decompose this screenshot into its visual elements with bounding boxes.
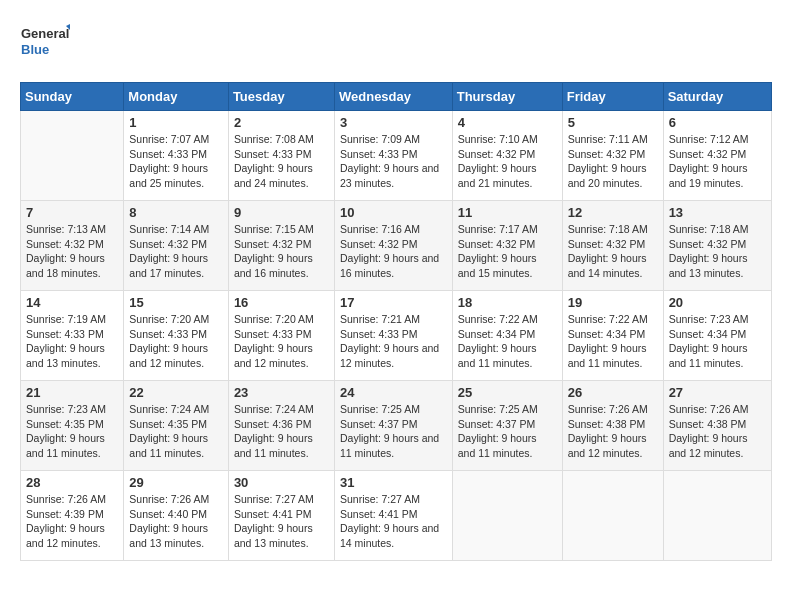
calendar-cell: 19Sunrise: 7:22 AMSunset: 4:34 PMDayligh… (562, 291, 663, 381)
calendar-cell: 30Sunrise: 7:27 AMSunset: 4:41 PMDayligh… (228, 471, 334, 561)
day-info: Sunrise: 7:15 AMSunset: 4:32 PMDaylight:… (234, 222, 329, 281)
calendar-cell: 1Sunrise: 7:07 AMSunset: 4:33 PMDaylight… (124, 111, 229, 201)
day-number: 28 (26, 475, 118, 490)
logo-container: General Blue (20, 20, 76, 64)
day-info: Sunrise: 7:25 AMSunset: 4:37 PMDaylight:… (458, 402, 557, 461)
day-info: Sunrise: 7:25 AMSunset: 4:37 PMDaylight:… (340, 402, 447, 461)
header-day-monday: Monday (124, 83, 229, 111)
header-day-sunday: Sunday (21, 83, 124, 111)
calendar-cell: 5Sunrise: 7:11 AMSunset: 4:32 PMDaylight… (562, 111, 663, 201)
day-number: 16 (234, 295, 329, 310)
header-row: SundayMondayTuesdayWednesdayThursdayFrid… (21, 83, 772, 111)
day-number: 22 (129, 385, 223, 400)
header-day-tuesday: Tuesday (228, 83, 334, 111)
calendar-cell (452, 471, 562, 561)
calendar-cell: 4Sunrise: 7:10 AMSunset: 4:32 PMDaylight… (452, 111, 562, 201)
day-number: 27 (669, 385, 766, 400)
day-number: 10 (340, 205, 447, 220)
day-info: Sunrise: 7:27 AMSunset: 4:41 PMDaylight:… (340, 492, 447, 551)
calendar-cell: 28Sunrise: 7:26 AMSunset: 4:39 PMDayligh… (21, 471, 124, 561)
calendar-cell: 3Sunrise: 7:09 AMSunset: 4:33 PMDaylight… (334, 111, 452, 201)
day-info: Sunrise: 7:17 AMSunset: 4:32 PMDaylight:… (458, 222, 557, 281)
calendar-cell: 11Sunrise: 7:17 AMSunset: 4:32 PMDayligh… (452, 201, 562, 291)
calendar-cell (562, 471, 663, 561)
day-info: Sunrise: 7:24 AMSunset: 4:36 PMDaylight:… (234, 402, 329, 461)
calendar-cell: 16Sunrise: 7:20 AMSunset: 4:33 PMDayligh… (228, 291, 334, 381)
day-number: 29 (129, 475, 223, 490)
header-day-thursday: Thursday (452, 83, 562, 111)
day-info: Sunrise: 7:18 AMSunset: 4:32 PMDaylight:… (568, 222, 658, 281)
day-number: 19 (568, 295, 658, 310)
calendar-body: 1Sunrise: 7:07 AMSunset: 4:33 PMDaylight… (21, 111, 772, 561)
day-info: Sunrise: 7:26 AMSunset: 4:40 PMDaylight:… (129, 492, 223, 551)
day-number: 14 (26, 295, 118, 310)
calendar-cell: 18Sunrise: 7:22 AMSunset: 4:34 PMDayligh… (452, 291, 562, 381)
day-info: Sunrise: 7:22 AMSunset: 4:34 PMDaylight:… (458, 312, 557, 371)
day-number: 24 (340, 385, 447, 400)
day-number: 17 (340, 295, 447, 310)
calendar-cell (663, 471, 771, 561)
day-info: Sunrise: 7:16 AMSunset: 4:32 PMDaylight:… (340, 222, 447, 281)
calendar-cell: 12Sunrise: 7:18 AMSunset: 4:32 PMDayligh… (562, 201, 663, 291)
day-number: 9 (234, 205, 329, 220)
day-number: 13 (669, 205, 766, 220)
calendar-cell: 26Sunrise: 7:26 AMSunset: 4:38 PMDayligh… (562, 381, 663, 471)
day-info: Sunrise: 7:26 AMSunset: 4:39 PMDaylight:… (26, 492, 118, 551)
day-info: Sunrise: 7:23 AMSunset: 4:34 PMDaylight:… (669, 312, 766, 371)
day-info: Sunrise: 7:27 AMSunset: 4:41 PMDaylight:… (234, 492, 329, 551)
calendar-cell: 15Sunrise: 7:20 AMSunset: 4:33 PMDayligh… (124, 291, 229, 381)
day-number: 31 (340, 475, 447, 490)
day-number: 5 (568, 115, 658, 130)
svg-text:General: General (21, 26, 69, 41)
day-info: Sunrise: 7:18 AMSunset: 4:32 PMDaylight:… (669, 222, 766, 281)
day-info: Sunrise: 7:23 AMSunset: 4:35 PMDaylight:… (26, 402, 118, 461)
day-info: Sunrise: 7:14 AMSunset: 4:32 PMDaylight:… (129, 222, 223, 281)
day-info: Sunrise: 7:07 AMSunset: 4:33 PMDaylight:… (129, 132, 223, 191)
day-info: Sunrise: 7:11 AMSunset: 4:32 PMDaylight:… (568, 132, 658, 191)
day-info: Sunrise: 7:26 AMSunset: 4:38 PMDaylight:… (669, 402, 766, 461)
calendar-cell: 13Sunrise: 7:18 AMSunset: 4:32 PMDayligh… (663, 201, 771, 291)
calendar-cell (21, 111, 124, 201)
calendar-cell: 14Sunrise: 7:19 AMSunset: 4:33 PMDayligh… (21, 291, 124, 381)
calendar-cell: 23Sunrise: 7:24 AMSunset: 4:36 PMDayligh… (228, 381, 334, 471)
day-info: Sunrise: 7:20 AMSunset: 4:33 PMDaylight:… (234, 312, 329, 371)
day-info: Sunrise: 7:22 AMSunset: 4:34 PMDaylight:… (568, 312, 658, 371)
day-info: Sunrise: 7:21 AMSunset: 4:33 PMDaylight:… (340, 312, 447, 371)
header-day-wednesday: Wednesday (334, 83, 452, 111)
logo: General Blue (20, 20, 76, 64)
day-number: 2 (234, 115, 329, 130)
day-number: 7 (26, 205, 118, 220)
calendar-week-1: 7Sunrise: 7:13 AMSunset: 4:32 PMDaylight… (21, 201, 772, 291)
day-number: 6 (669, 115, 766, 130)
day-info: Sunrise: 7:26 AMSunset: 4:38 PMDaylight:… (568, 402, 658, 461)
header-day-friday: Friday (562, 83, 663, 111)
calendar-cell: 22Sunrise: 7:24 AMSunset: 4:35 PMDayligh… (124, 381, 229, 471)
calendar-cell: 10Sunrise: 7:16 AMSunset: 4:32 PMDayligh… (334, 201, 452, 291)
day-info: Sunrise: 7:20 AMSunset: 4:33 PMDaylight:… (129, 312, 223, 371)
day-info: Sunrise: 7:12 AMSunset: 4:32 PMDaylight:… (669, 132, 766, 191)
calendar-cell: 24Sunrise: 7:25 AMSunset: 4:37 PMDayligh… (334, 381, 452, 471)
day-info: Sunrise: 7:19 AMSunset: 4:33 PMDaylight:… (26, 312, 118, 371)
day-number: 23 (234, 385, 329, 400)
calendar-cell: 21Sunrise: 7:23 AMSunset: 4:35 PMDayligh… (21, 381, 124, 471)
day-number: 12 (568, 205, 658, 220)
logo-graphic: General Blue (20, 20, 70, 64)
day-number: 20 (669, 295, 766, 310)
day-info: Sunrise: 7:10 AMSunset: 4:32 PMDaylight:… (458, 132, 557, 191)
day-number: 18 (458, 295, 557, 310)
logo-svg: General Blue (20, 20, 70, 60)
day-number: 3 (340, 115, 447, 130)
calendar-cell: 25Sunrise: 7:25 AMSunset: 4:37 PMDayligh… (452, 381, 562, 471)
day-number: 30 (234, 475, 329, 490)
day-number: 26 (568, 385, 658, 400)
top-row: General Blue (20, 20, 772, 74)
calendar-cell: 27Sunrise: 7:26 AMSunset: 4:38 PMDayligh… (663, 381, 771, 471)
calendar-cell: 29Sunrise: 7:26 AMSunset: 4:40 PMDayligh… (124, 471, 229, 561)
day-number: 8 (129, 205, 223, 220)
day-number: 21 (26, 385, 118, 400)
calendar-cell: 17Sunrise: 7:21 AMSunset: 4:33 PMDayligh… (334, 291, 452, 381)
calendar-cell: 8Sunrise: 7:14 AMSunset: 4:32 PMDaylight… (124, 201, 229, 291)
calendar-cell: 6Sunrise: 7:12 AMSunset: 4:32 PMDaylight… (663, 111, 771, 201)
day-number: 11 (458, 205, 557, 220)
day-number: 25 (458, 385, 557, 400)
